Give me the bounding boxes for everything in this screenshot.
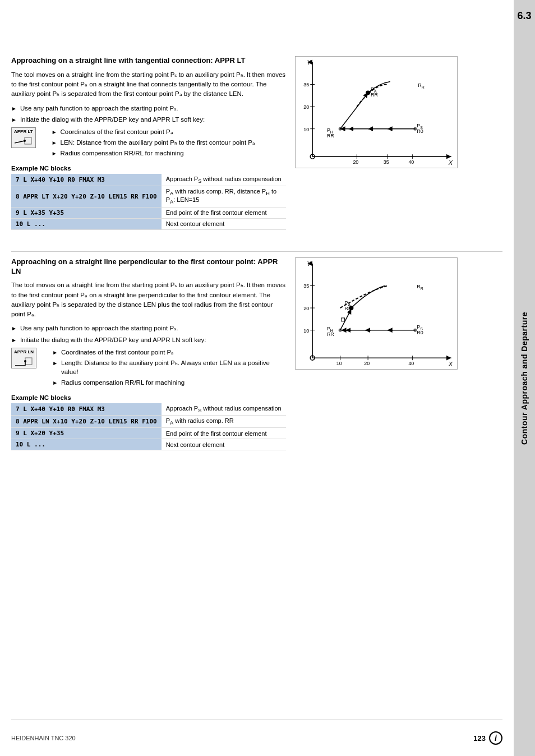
table-row: 7 L X+40 Y+10 R0 FMAX M3 Approach PS wit… <box>11 403 286 416</box>
svg-text:20: 20 <box>303 306 309 311</box>
nc-code-1-3: 9 L X+35 Y+35 <box>11 207 162 218</box>
svg-text:Y: Y <box>307 59 311 66</box>
nc-desc-1-4: Next contour element <box>162 218 286 229</box>
nc-code-1-2: 8 APPR LT X+20 Y+20 Z-10 LEN15 RR F100 <box>11 186 162 207</box>
table-row: 8 APPR LN X+10 Y+20 Z-10 LEN15 RR F100 P… <box>11 416 286 428</box>
section1-sub3: Radius compensation RR/RL for machining <box>61 149 184 158</box>
nc-code-2-3: 9 L X+20 Y+35 <box>11 428 162 439</box>
bullet-arrow-1: ► <box>11 105 17 113</box>
brand-label: HEIDENHAIN TNC 320 <box>11 735 76 741</box>
section1-sub1: Coordinates of the first contour point P… <box>61 127 173 136</box>
sub-arrow-1c: ► <box>52 150 57 158</box>
bullet-arrow-2-2: ► <box>11 336 17 344</box>
svg-text:Y: Y <box>307 260 311 267</box>
nc-desc-2-3: End point of the first contour element <box>162 428 286 439</box>
nc-blocks-title-1: Example NC blocks <box>11 165 286 172</box>
nc-desc-1-1: Approach PS without radius compensation <box>162 174 286 186</box>
svg-text:R0: R0 <box>417 329 423 335</box>
diagram-2: X Y 20 35 10 10 20 <box>295 257 458 370</box>
section1-bullet2: Initiate the dialog with the APPR/DEP ke… <box>20 115 205 124</box>
svg-text:X: X <box>448 361 453 367</box>
svg-text:R0: R0 <box>417 128 423 134</box>
section1-bullet1: Use any path function to approach the st… <box>20 104 178 113</box>
table-row: 7 L X+40 Y+10 R0 FMAX M3 Approach PS wit… <box>11 174 286 186</box>
chapter-number: 6.3 <box>514 10 535 22</box>
section2-body: The tool moves on a straight line from t… <box>11 280 286 319</box>
table-row: 10 L ... Next contour element <box>11 439 286 450</box>
nc-code-1-4: 10 L ... <box>11 218 162 229</box>
appr-ln-icon: APPR LN <box>11 348 36 368</box>
svg-line-32 <box>340 93 368 128</box>
footer: HEIDENHAIN TNC 320 123 i <box>11 720 502 745</box>
svg-text:35: 35 <box>303 283 309 289</box>
nc-code-2-4: 10 L ... <box>11 439 162 450</box>
nc-code-2-2: 8 APPR LN X+10 Y+20 Z-10 LEN15 RR F100 <box>11 416 162 428</box>
svg-text:RR: RR <box>371 92 378 98</box>
bullet-arrow-2: ► <box>11 116 17 124</box>
appr-lt-icon: APPR LT <box>11 127 36 148</box>
svg-point-2 <box>24 140 26 142</box>
nc-table-1: 7 L X+40 Y+10 R0 FMAX M3 Approach PS wit… <box>11 174 286 230</box>
svg-rect-69 <box>342 318 345 321</box>
svg-text:RR: RR <box>327 133 334 139</box>
table-row: 8 APPR LT X+20 Y+20 Z-10 LEN15 RR F100 P… <box>11 186 286 207</box>
svg-point-38 <box>24 360 26 362</box>
svg-text:10: 10 <box>303 328 309 333</box>
page-number-area: 123 i <box>473 731 502 745</box>
svg-text:RR: RR <box>417 284 423 291</box>
svg-text:35: 35 <box>384 159 389 165</box>
nc-desc-2-2: PA with radius comp. RR <box>162 416 286 428</box>
svg-text:20: 20 <box>364 361 370 366</box>
svg-line-1 <box>15 141 25 143</box>
bullet-arrow-2-1: ► <box>11 325 17 333</box>
svg-text:RR: RR <box>345 306 352 311</box>
table-row: 9 L X+35 Y+35 End point of the first con… <box>11 207 286 218</box>
chapter-title: Contour Approach and Departure <box>520 312 529 445</box>
section1-sub2: LEN: Distance from the auxiliary point P… <box>61 138 256 147</box>
section2-sub3: Radius compensation RR/RL for machining <box>61 378 185 387</box>
section1-body: The tool moves on a straight line from t… <box>11 70 286 99</box>
sub-arrow-1a: ► <box>52 128 57 136</box>
svg-text:35: 35 <box>303 82 309 87</box>
nc-desc-1-3: End point of the first contour element <box>162 207 286 218</box>
page-number: 123 <box>473 734 486 743</box>
section2-bullet2: Initiate the dialog with the APPR/DEP ke… <box>20 335 206 344</box>
section2-sub2: Length: Distance to the auxiliary point … <box>61 358 286 376</box>
section2-bullet1: Use any path function to approach the st… <box>20 324 178 333</box>
diagram-1: X Y 20 10 35 20 35 <box>295 56 458 168</box>
nc-code-2-1: 7 L X+40 Y+10 R0 FMAX M3 <box>11 403 162 416</box>
nc-code-1-1: 7 L X+40 Y+10 R0 FMAX M3 <box>11 174 162 186</box>
svg-text:40: 40 <box>408 361 414 366</box>
table-row: 9 L X+20 Y+35 End point of the first con… <box>11 428 286 439</box>
sub-arrow-2a: ► <box>52 349 58 357</box>
table-row: 10 L ... Next contour element <box>11 218 286 229</box>
nc-desc-1-2: PA with radius comp. RR, distance PH to … <box>162 186 286 207</box>
svg-text:40: 40 <box>408 159 414 165</box>
section2-title: Approaching on a straight line perpendic… <box>11 257 286 276</box>
nc-table-2: 7 L X+40 Y+10 R0 FMAX M3 Approach PS wit… <box>11 403 286 450</box>
svg-text:X: X <box>448 159 453 166</box>
nc-desc-2-1: Approach PS without radius compensation <box>162 403 286 416</box>
svg-text:20: 20 <box>303 104 309 110</box>
info-icon: i <box>489 731 502 745</box>
svg-text:10: 10 <box>336 361 342 366</box>
svg-text:10: 10 <box>303 127 309 132</box>
nc-blocks-title-2: Example NC blocks <box>11 394 286 401</box>
sub-arrow-2b: ► <box>52 359 58 367</box>
svg-text:RR: RR <box>418 82 424 89</box>
svg-text:RR: RR <box>327 331 334 336</box>
section1-title: Approaching on a straight line with tang… <box>11 56 286 66</box>
nc-desc-2-4: Next contour element <box>162 439 286 450</box>
section2-sub1: Coordinates of the first contour point P… <box>61 348 174 357</box>
divider-1 <box>11 251 502 252</box>
svg-text:20: 20 <box>353 159 358 165</box>
svg-line-68 <box>340 309 352 330</box>
sub-arrow-2c: ► <box>52 379 58 387</box>
sub-arrow-1b: ► <box>52 139 57 147</box>
chapter-sidebar: 6.3 Contour Approach and Departure <box>514 0 535 756</box>
